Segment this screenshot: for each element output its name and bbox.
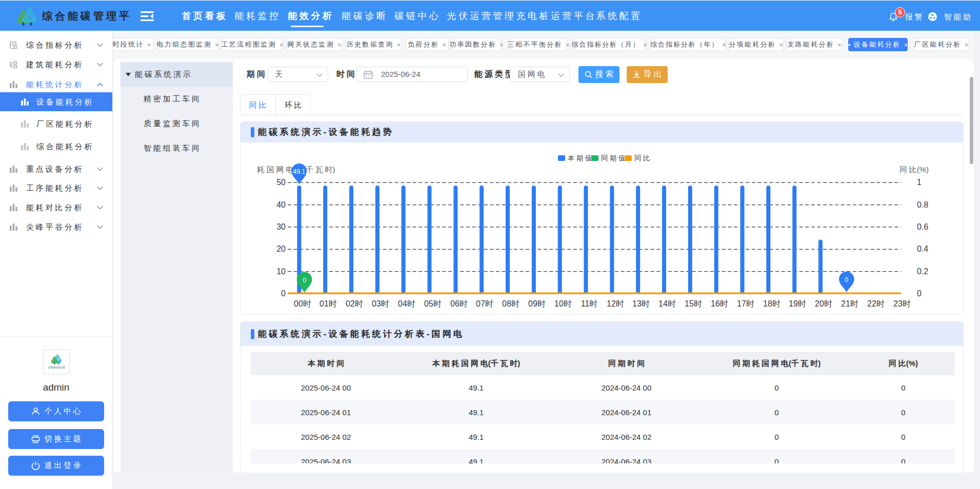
svg-text:0: 0 [303,277,306,284]
svg-text:0: 0 [845,276,848,283]
svg-text:49.1: 49.1 [293,168,305,175]
